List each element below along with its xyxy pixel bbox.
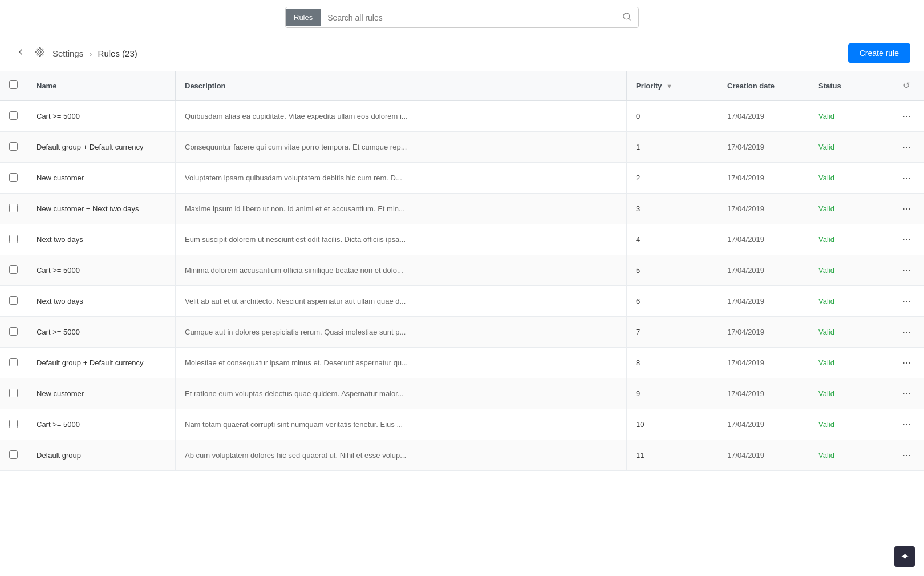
table-row: Cart >= 5000 Cumque aut in dolores persp…: [0, 317, 924, 348]
rules-filter-button[interactable]: Rules: [286, 9, 321, 26]
row-description: Cumque aut in dolores perspiciatis rerum…: [176, 317, 627, 348]
row-more-button[interactable]: ···: [899, 140, 914, 154]
row-priority: 2: [627, 163, 718, 194]
row-name: Default group + Default currency: [27, 132, 176, 163]
row-priority: 10: [627, 409, 718, 440]
row-actions: ···: [889, 255, 925, 286]
row-more-button[interactable]: ···: [899, 202, 914, 216]
row-name: Default group + Default currency: [27, 348, 176, 378]
reload-button[interactable]: ↺: [898, 78, 915, 93]
row-creation-date: 17/04/2019: [718, 194, 809, 224]
priority-sort-icon: ▼: [666, 83, 672, 90]
row-description: Minima dolorem accusantium officia simil…: [176, 255, 627, 286]
row-status: Valid: [809, 317, 889, 348]
row-more-button[interactable]: ···: [899, 109, 914, 123]
row-description: Molestiae et consequatur ipsam minus et.…: [176, 348, 627, 378]
table-row: New customer + Next two days Maxime ipsu…: [0, 194, 924, 224]
table-row: Default group + Default currency Consequ…: [0, 132, 924, 163]
table-row: Cart >= 5000 Minima dolorem accusantium …: [0, 255, 924, 286]
row-priority: 0: [627, 100, 718, 132]
svg-line-1: [629, 18, 630, 20]
row-more-button[interactable]: ···: [899, 386, 914, 401]
row-status: Valid: [809, 224, 889, 255]
row-name: New customer + Next two days: [27, 194, 176, 224]
row-checkbox-cell: [0, 194, 27, 224]
rules-table-container: Name Description Priority ▼ Creation dat…: [0, 71, 924, 471]
row-description: Velit ab aut et ut architecto. Nesciunt …: [176, 286, 627, 317]
row-actions: ···: [889, 348, 925, 378]
row-checkbox-cell: [0, 286, 27, 317]
row-actions: ···: [889, 194, 925, 224]
search-icon[interactable]: [615, 7, 638, 27]
row-checkbox[interactable]: [9, 111, 18, 120]
row-checkbox[interactable]: [9, 142, 18, 151]
row-checkbox[interactable]: [9, 204, 18, 212]
table-row: Cart >= 5000 Quibusdam alias ea cupidita…: [0, 100, 924, 132]
search-input[interactable]: [321, 9, 615, 27]
table-row: New customer Voluptatem ipsam quibusdam …: [0, 163, 924, 194]
row-more-button[interactable]: ···: [899, 294, 914, 308]
row-status: Valid: [809, 440, 889, 471]
row-more-button[interactable]: ···: [899, 417, 914, 432]
row-actions: ···: [889, 163, 925, 194]
col-header-priority[interactable]: Priority ▼: [627, 71, 718, 100]
settings-gear-button[interactable]: [33, 45, 47, 61]
row-more-button[interactable]: ···: [899, 232, 914, 247]
row-more-button[interactable]: ···: [899, 263, 914, 277]
row-checkbox-cell: [0, 317, 27, 348]
col-header-status: Status: [809, 71, 889, 100]
table-row: Next two days Eum suscipit dolorem ut ne…: [0, 224, 924, 255]
row-more-button[interactable]: ···: [899, 171, 914, 185]
row-creation-date: 17/04/2019: [718, 224, 809, 255]
row-priority: 1: [627, 132, 718, 163]
row-actions: ···: [889, 100, 925, 132]
row-checkbox[interactable]: [9, 265, 18, 274]
row-checkbox[interactable]: [9, 358, 18, 366]
row-status: Valid: [809, 378, 889, 409]
row-priority: 6: [627, 286, 718, 317]
row-checkbox[interactable]: [9, 450, 18, 459]
breadcrumb-settings[interactable]: Settings: [52, 49, 83, 58]
breadcrumb: Settings › Rules (23): [52, 49, 137, 58]
row-checkbox[interactable]: [9, 235, 18, 243]
row-checkbox-cell: [0, 440, 27, 471]
row-description: Et ratione eum voluptas delectus quae qu…: [176, 378, 627, 409]
col-header-description: Description: [176, 71, 627, 100]
row-more-button[interactable]: ···: [899, 448, 914, 462]
row-checkbox[interactable]: [9, 173, 18, 182]
rules-table: Name Description Priority ▼ Creation dat…: [0, 71, 924, 471]
select-all-checkbox[interactable]: [9, 80, 18, 89]
row-checkbox[interactable]: [9, 389, 18, 397]
row-description: Nam totam quaerat corrupti sint numquam …: [176, 409, 627, 440]
row-actions: ···: [889, 224, 925, 255]
row-actions: ···: [889, 286, 925, 317]
row-name: Cart >= 5000: [27, 317, 176, 348]
row-checkbox[interactable]: [9, 296, 18, 305]
row-checkbox-cell: [0, 255, 27, 286]
row-name: Cart >= 5000: [27, 100, 176, 132]
row-actions: ···: [889, 132, 925, 163]
row-creation-date: 17/04/2019: [718, 255, 809, 286]
row-creation-date: 17/04/2019: [718, 409, 809, 440]
row-description: Consequuntur facere qui cum vitae porro …: [176, 132, 627, 163]
header-left: Settings › Rules (23): [14, 45, 137, 61]
row-priority: 9: [627, 378, 718, 409]
row-checkbox[interactable]: [9, 327, 18, 336]
row-checkbox-cell: [0, 224, 27, 255]
row-priority: 5: [627, 255, 718, 286]
create-rule-button[interactable]: Create rule: [848, 43, 910, 63]
row-creation-date: 17/04/2019: [718, 100, 809, 132]
row-name: Cart >= 5000: [27, 255, 176, 286]
back-button[interactable]: [14, 45, 27, 61]
row-more-button[interactable]: ···: [899, 356, 914, 370]
row-checkbox-cell: [0, 100, 27, 132]
row-priority: 11: [627, 440, 718, 471]
row-name: New customer: [27, 163, 176, 194]
row-more-button[interactable]: ···: [899, 325, 914, 339]
table-row: Cart >= 5000 Nam totam quaerat corrupti …: [0, 409, 924, 440]
row-checkbox[interactable]: [9, 420, 18, 428]
breadcrumb-current: Rules (23): [98, 49, 137, 58]
row-name: Default group: [27, 440, 176, 471]
row-priority: 7: [627, 317, 718, 348]
col-header-actions: ↺: [889, 71, 925, 100]
